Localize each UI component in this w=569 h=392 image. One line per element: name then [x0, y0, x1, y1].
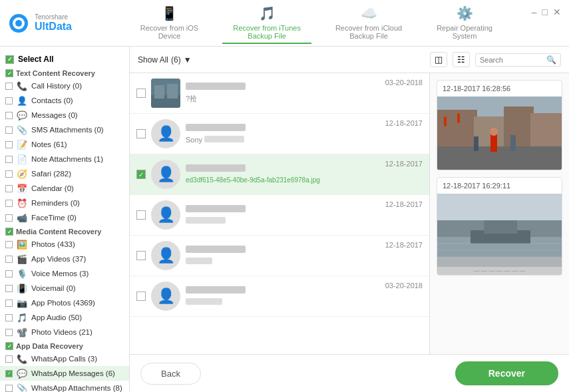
sidebar-item-icon: 📳 [17, 283, 27, 294]
file-name-blurred [186, 246, 246, 253]
sidebar-item-checkbox[interactable] [5, 83, 13, 90]
section-checkbox-app[interactable]: ✓ [5, 342, 13, 350]
sidebar-item[interactable]: 📳Voicemail (0) [0, 281, 129, 295]
app-header: Tenorshare UltData 📱Recover from iOS Dev… [0, 0, 569, 47]
nav-tab-ios[interactable]: 📱Recover from iOS Device [130, 3, 209, 44]
preview-item: 12-18-2017 16:29:11 [437, 177, 562, 276]
sidebar-item-checkbox[interactable] [5, 285, 13, 292]
sidebar-item[interactable]: 👤Contacts (0) [0, 93, 129, 108]
list-view-button[interactable]: ☷ [453, 52, 470, 67]
sidebar-item-icon: ⏰ [17, 198, 27, 208]
sidebar-item[interactable]: 💬Messages (0) [0, 108, 129, 122]
back-button[interactable]: Back [140, 363, 201, 385]
file-sub-blurred [186, 298, 222, 305]
list-item[interactable]: 👤 Sony 12-18-2017 [130, 114, 429, 154]
sidebar-item[interactable]: 📹FaceTime (0) [0, 210, 129, 225]
section-checkbox-text[interactable]: ✓ [5, 69, 13, 77]
bottom-bar: Back Recover [130, 354, 569, 392]
sidebar-item[interactable]: 📞Call History (0) [0, 79, 129, 93]
file-checkbox[interactable] [136, 89, 146, 98]
select-all-checkbox[interactable]: ✓ [5, 55, 14, 64]
preview-item: 12-18-2017 16:28:56 [437, 80, 562, 170]
sidebar-item-checkbox[interactable] [5, 241, 13, 248]
sidebar-item-icon: 📞 [17, 353, 27, 364]
sidebar-item-label: WhatsApp Messages (6) [31, 369, 115, 377]
file-checkbox[interactable] [136, 292, 146, 301]
nav-tab-repair[interactable]: ⚙️Repair Operating System [426, 3, 503, 44]
sidebar-item-checkbox[interactable] [5, 185, 13, 192]
sidebar-item[interactable]: ✓💬WhatsApp Messages (6) [0, 366, 129, 381]
list-item[interactable]: ?抢 03-20-2018 [130, 73, 429, 114]
section-checkbox-media[interactable]: ✓ [5, 228, 13, 236]
watermark: — — — — — — — [437, 267, 562, 275]
sidebar-item-checkbox[interactable] [5, 170, 13, 178]
sidebar-item[interactable]: 🎙️Voice Memos (3) [0, 266, 129, 281]
sidebar-item-checkbox[interactable] [5, 156, 13, 163]
sidebar-item[interactable]: 📅Calendar (0) [0, 181, 129, 196]
sidebar-item[interactable]: 📎SMS Attachments (0) [0, 122, 129, 137]
nav-tab-icloud[interactable]: ☁️Recover from iCloud Backup File [325, 3, 413, 44]
sidebar-item-checkbox[interactable] [5, 112, 13, 119]
sidebar-item-checkbox[interactable] [5, 214, 13, 222]
sidebar-item[interactable]: 📷App Photos (4369) [0, 295, 129, 310]
sidebar-item-label: App Audio (50) [31, 313, 82, 321]
sidebar-item-checkbox[interactable] [5, 200, 13, 207]
sidebar-item[interactable]: 📞WhatsApp Calls (3) [0, 351, 129, 366]
sidebar-item-icon: 💬 [17, 110, 27, 120]
grid-view-button[interactable]: ◫ [430, 52, 447, 67]
sidebar-item-checkbox[interactable] [5, 329, 13, 336]
sidebar-item-checkbox[interactable] [5, 126, 13, 134]
search-input[interactable] [480, 56, 546, 64]
logo-text: Tenorshare UltData [35, 13, 72, 33]
file-checkbox[interactable] [136, 251, 146, 260]
list-item[interactable]: 👤 12-18-2017 [130, 236, 429, 276]
maximize-button[interactable]: □ [542, 7, 548, 17]
svg-point-2 [15, 20, 22, 27]
svg-point-15 [490, 128, 498, 136]
file-name-blurred [186, 205, 246, 212]
sidebar-item[interactable]: 📄Note Attachments (1) [0, 152, 129, 166]
sidebar-item-checkbox[interactable] [5, 385, 13, 392]
sidebar-item[interactable]: 📝Notes (61) [0, 137, 129, 152]
sidebar-section-text[interactable]: ✓Text Content Recovery [0, 67, 129, 79]
file-checkbox[interactable] [136, 129, 146, 138]
select-all-row[interactable]: ✓ Select All [0, 52, 129, 67]
file-checkbox[interactable] [136, 210, 146, 220]
sidebar-item-checkbox[interactable] [5, 97, 13, 104]
sidebar-item[interactable]: 🎵App Audio (50) [0, 310, 129, 325]
sidebar-item[interactable]: 🎬App Videos (37) [0, 252, 129, 266]
list-item[interactable]: 👤 12-18-2017 [130, 195, 429, 236]
section-label-text: Text Content Recovery [16, 69, 95, 77]
nav-tab-itunes[interactable]: 🎵Recover from iTunes Backup File [222, 3, 311, 44]
sidebar-section-media[interactable]: ✓Media Content Recovery [0, 225, 129, 237]
sidebar-item-icon: 📅 [17, 183, 27, 194]
sidebar-item-checkbox[interactable] [5, 355, 13, 363]
sidebar-item[interactable]: 🧭Safari (282) [0, 166, 129, 181]
sidebar-item-checkbox[interactable]: ✓ [5, 370, 13, 377]
sidebar-item-checkbox[interactable] [5, 141, 13, 148]
sidebar-item-icon: 🎙️ [17, 268, 27, 279]
sidebar-item-icon: 📎 [17, 383, 27, 392]
sidebar-item-checkbox[interactable] [5, 299, 13, 307]
file-info: Sony [186, 124, 380, 144]
toolbar-right: ◫ ☷ 🔍 [430, 52, 561, 67]
close-button[interactable]: ✕ [553, 7, 561, 17]
file-thumbnail: 👤 [151, 282, 180, 311]
section-label-media: Media Content Recovery [16, 228, 101, 236]
minimize-button[interactable]: – [532, 7, 537, 17]
sidebar-item[interactable]: 📎WhatsApp Attachments (8) [0, 381, 129, 392]
sidebar-item[interactable]: ⏰Reminders (0) [0, 196, 129, 210]
recover-button[interactable]: Recover [455, 361, 558, 385]
show-all-button[interactable]: Show All (6) ▼ [138, 55, 192, 65]
list-item[interactable]: 👤 03-20-2018 [130, 276, 429, 317]
list-item[interactable]: ✓ 👤 ed3df615-48e5-40be-9d5a-fab231e6978a… [130, 154, 429, 195]
sidebar-item-checkbox[interactable] [5, 314, 13, 321]
sidebar-item-checkbox[interactable] [5, 256, 13, 263]
sidebar-item-label: Safari (282) [31, 170, 71, 178]
sidebar-section-app[interactable]: ✓App Data Recovery [0, 339, 129, 351]
sidebar-item-checkbox[interactable] [5, 270, 13, 278]
sidebar-item[interactable]: 📽️Photo Videos (21) [0, 325, 129, 339]
sidebar-item[interactable]: 🖼️Photos (433) [0, 237, 129, 252]
file-checkbox[interactable]: ✓ [136, 170, 146, 179]
svg-rect-5 [154, 85, 164, 98]
